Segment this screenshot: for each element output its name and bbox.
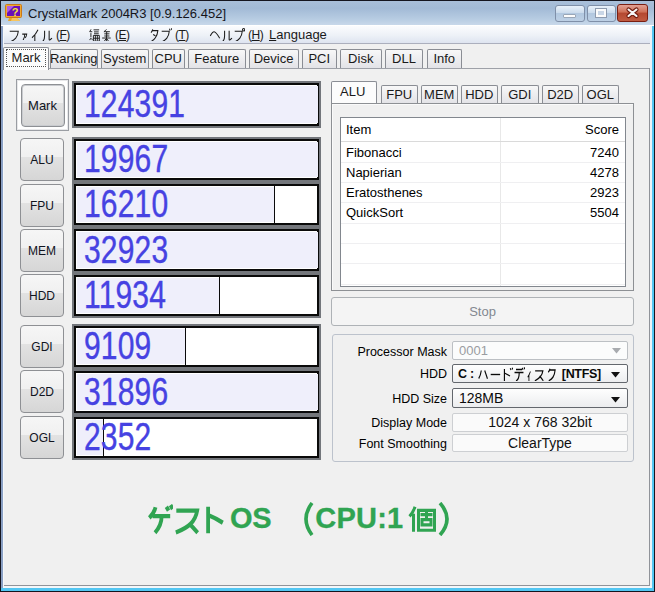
svg-text:?: ?: [12, 6, 19, 18]
